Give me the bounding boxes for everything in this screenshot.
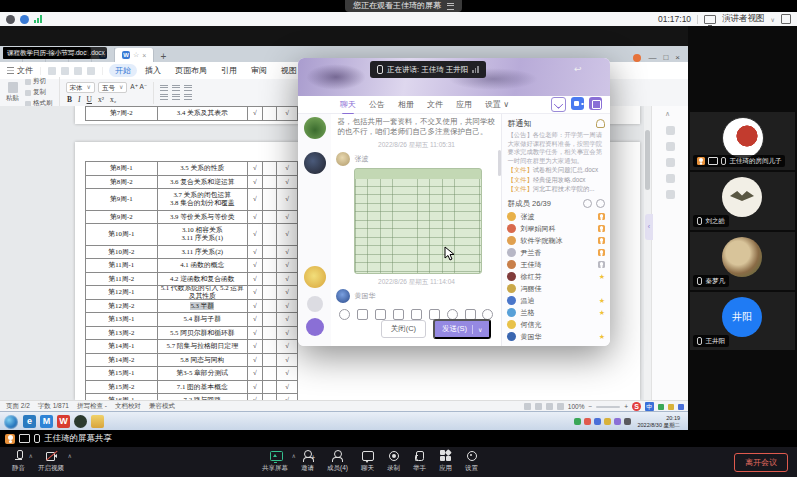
subscript-button[interactable]: x₂ [108, 95, 117, 104]
avatar[interactable] [304, 117, 326, 139]
collapse-panel-button[interactable]: ‹ [645, 214, 653, 240]
start-button[interactable] [4, 415, 18, 429]
control-share-screen[interactable]: 共享屏幕∧ [262, 449, 288, 473]
undo-icon[interactable]: ↩ [574, 64, 582, 74]
new-tab-button[interactable]: + [154, 51, 172, 62]
view-mode-select[interactable]: 演讲者视图 [722, 13, 765, 25]
control-video[interactable]: 开启视频∧ [38, 449, 64, 473]
wps-icon[interactable]: W [57, 415, 70, 428]
voice-call-icon[interactable] [551, 97, 566, 112]
align-right-icon[interactable] [184, 94, 192, 100]
member-row[interactable]: 尹兰香 [507, 247, 605, 259]
status-item[interactable]: 兼容模式 [149, 402, 175, 411]
status-item[interactable]: 页面 2/2 [6, 402, 30, 411]
bold-button[interactable]: B [66, 95, 74, 104]
member-row[interactable]: 温迪★ [507, 295, 605, 307]
side-tool-icon[interactable] [666, 190, 675, 199]
wps-s-tray-icon[interactable]: S [632, 402, 641, 411]
underline-button[interactable]: U [85, 95, 93, 104]
side-tool-icon[interactable] [666, 142, 675, 151]
control-raise-hand[interactable]: 举手 [413, 449, 426, 473]
wps-menu-3[interactable]: 引用 [215, 64, 243, 77]
wps-menu-1[interactable]: 插入 [139, 64, 167, 77]
quick-access-toolbar[interactable] [40, 67, 103, 75]
control-options-chevron[interactable]: ∧ [29, 452, 33, 459]
participant-tile[interactable]: 王佳琦的房间儿子 [690, 112, 795, 170]
superscript-button[interactable]: x² [96, 95, 105, 104]
chat-tab-3[interactable]: 文件 [427, 99, 443, 110]
tray-icon[interactable] [604, 418, 611, 425]
participant-tile[interactable]: 刘之皓 [690, 172, 795, 230]
avatar[interactable] [336, 152, 350, 166]
send-button[interactable]: 发送(S)∨ [433, 319, 491, 339]
number-list-icon[interactable] [172, 85, 180, 91]
group-panel-icon[interactable] [589, 97, 602, 110]
send-options-chevron[interactable]: ∨ [478, 326, 482, 333]
chat-tab-0[interactable]: 聊天 [340, 99, 356, 110]
participant-tile[interactable]: 秦梦凡 [690, 232, 795, 290]
status-item[interactable]: 文档校对 [115, 402, 141, 411]
status-item[interactable]: 字数 1/871 [38, 402, 69, 411]
banner-menu-icon[interactable] [447, 3, 454, 10]
leave-meeting-button[interactable]: 离开会议 [734, 453, 788, 472]
italic-button[interactable]: I [77, 95, 83, 104]
group-file-item[interactable]: 【文件】试卷相关问题汇总.docx [507, 165, 605, 175]
chevron-down-icon[interactable]: ∨ [771, 16, 775, 23]
ie-icon[interactable]: e [23, 415, 36, 428]
control-apps[interactable]: 应用 [439, 449, 452, 473]
audio-status-icon[interactable] [6, 15, 15, 24]
member-row[interactable]: 兰格★ [507, 307, 605, 319]
member-row[interactable]: 何信光 [507, 319, 605, 331]
side-tool-icon[interactable] [666, 158, 675, 167]
member-row[interactable]: 黄国华★ [507, 331, 605, 343]
add-member-icon[interactable] [583, 199, 592, 208]
tray-icon[interactable] [624, 418, 631, 425]
view-mode-icon[interactable] [524, 403, 531, 410]
search-icon[interactable] [596, 199, 605, 208]
fullscreen-icon[interactable] [781, 14, 791, 24]
wps-menu-2[interactable]: 页面布局 [169, 64, 213, 77]
side-tool-icon[interactable] [666, 126, 675, 135]
control-chat[interactable]: 聊天 [361, 449, 374, 473]
wps-menu-4[interactable]: 审阅 [245, 64, 273, 77]
history-icon[interactable] [307, 296, 323, 312]
zoom-out-button[interactable]: − [588, 403, 592, 410]
avatar[interactable] [304, 266, 326, 288]
avatar[interactable] [304, 152, 326, 174]
cut-button[interactable]: 剪切 [25, 77, 53, 86]
file-menu[interactable]: 文件 [0, 65, 40, 76]
bullet-list-icon[interactable] [160, 85, 168, 91]
member-row[interactable]: 张波 [507, 211, 605, 223]
group-file-item[interactable]: 【文件】河北工程技术学院的... [507, 184, 605, 194]
participant-tile[interactable]: 井阳王井阳 [690, 292, 795, 350]
control-settings[interactable]: 设置 [465, 449, 478, 473]
control-mute[interactable]: 静音∧ [12, 449, 25, 473]
window-minimize-button[interactable]: — [648, 53, 656, 62]
tab-close-icon[interactable]: × [142, 52, 146, 59]
align-center-icon[interactable] [172, 94, 180, 100]
control-record[interactable]: 录制 [387, 449, 400, 473]
member-row[interactable]: 刘翠娟同科 [507, 223, 605, 235]
tray-mini-icon[interactable] [658, 404, 664, 410]
chat-tab-5[interactable]: 设置 ∨ [485, 99, 509, 110]
taskbar-clock[interactable]: 20:19 2022/8/30 星期二 [634, 415, 685, 428]
tray-icon[interactable] [594, 418, 601, 425]
image-icon[interactable] [357, 309, 368, 320]
shield-icon[interactable] [20, 15, 29, 24]
chat-tab-2[interactable]: 相册 [398, 99, 414, 110]
shared-spreadsheet-image[interactable] [354, 168, 482, 274]
indent-icon[interactable] [184, 85, 192, 91]
ime-icon[interactable]: 中 [645, 402, 654, 411]
video-call-icon[interactable] [571, 97, 584, 110]
window-maximize-button[interactable]: □ [663, 53, 668, 62]
document-scrollbar[interactable] [644, 106, 651, 400]
member-row[interactable]: 王佳琦 [507, 259, 605, 271]
promo-icon[interactable] [633, 54, 641, 62]
control-options-chevron[interactable]: ∧ [68, 452, 72, 459]
scroll-up-icon[interactable]: ∧ [665, 110, 670, 118]
zoom-in-button[interactable]: + [624, 403, 628, 410]
align-left-icon[interactable] [160, 94, 168, 100]
explorer-icon[interactable] [91, 415, 104, 428]
browser-tab[interactable]: W教案模板--软件学院教学文员.docx [92, 48, 115, 62]
tray-icon[interactable] [584, 418, 591, 425]
